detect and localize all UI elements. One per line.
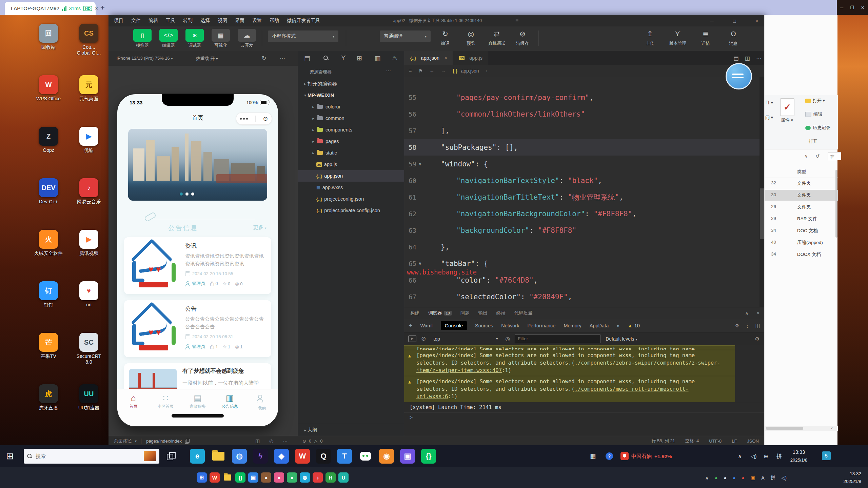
devtool-tab-Wxml[interactable]: Wxml <box>420 323 433 328</box>
section-more-link[interactable]: 更多 › <box>253 224 267 231</box>
refresh-icon[interactable]: ↺ <box>815 153 820 159</box>
editor-tab-app.js[interactable]: JSapp.js <box>453 51 488 65</box>
help-icon[interactable]: ? <box>606 445 613 467</box>
outline-icon[interactable]: ≡ <box>409 68 412 74</box>
tab-我的[interactable]: 我的 <box>246 389 278 426</box>
new-tab-button[interactable]: + <box>100 3 105 12</box>
host-app-icon[interactable]: U <box>338 472 349 483</box>
exit-target-icon[interactable]: ⊙ <box>263 115 268 122</box>
compile-select[interactable]: 普通编译▾ <box>380 30 431 42</box>
desktop-icon[interactable]: WWPS Office <box>28 75 69 102</box>
code-line[interactable]: 63"backgroundColor": "#F8F8F8" <box>404 222 760 239</box>
menu-item[interactable]: 项目 <box>114 18 123 24</box>
tree-item[interactable]: ▾MP-WEIXIN <box>298 89 405 101</box>
files-icon[interactable]: ▤ <box>304 54 310 62</box>
host-app-icon[interactable]: ● <box>287 472 297 483</box>
eol[interactable]: LF <box>732 439 737 444</box>
explorer-hscrollbar[interactable] <box>765 426 838 431</box>
code-line[interactable]: 61"navigationBarTitleText": "物业管理系统", <box>404 189 760 205</box>
edit-button[interactable]: 编辑 <box>805 111 822 117</box>
mode-select[interactable]: 小程序模式▾ <box>268 30 338 42</box>
search-highlight-image[interactable] <box>144 451 156 461</box>
host-window-control[interactable]: ✕ <box>861 5 865 10</box>
explorer-more-icon[interactable]: ⋯ <box>386 68 391 74</box>
devtools-settings-icon[interactable]: ⚙ <box>735 323 739 329</box>
taskbar-app-icon[interactable]: ϟ <box>253 449 268 464</box>
carousel-dot[interactable] <box>180 192 183 196</box>
notice-card[interactable]: ♥♥资讯资讯资讯资讯资讯资讯资讯资讯资讯资讯资讯资讯资讯资讯资讯2024-02-… <box>124 237 271 294</box>
hamburger-icon[interactable]: ≡ <box>515 17 518 23</box>
panel-tab-代码质量[interactable]: 代码质量 <box>514 310 533 316</box>
tray-icon[interactable]: ∧ <box>738 445 742 467</box>
code-line[interactable]: 62"navigationBarBackgroundColor": "#F8F8… <box>404 205 760 222</box>
host-clock[interactable]: 13:322025/1/8 <box>824 470 861 485</box>
tree-item-project.config.json[interactable]: {..}project.config.json <box>298 193 405 205</box>
eye-icon[interactable]: ◎ <box>505 336 510 342</box>
code-line[interactable]: 58"subPackages": [], <box>404 139 760 156</box>
host-tray-icon[interactable]: ▣ <box>751 475 755 481</box>
editor-scrollbar[interactable] <box>760 77 764 307</box>
panel-tab-构建[interactable]: 构建 <box>410 310 419 316</box>
device-selector[interactable]: iPhone 12/13 (Pro) 75% 16 ▾ <box>117 56 173 61</box>
taskbar-app-icon[interactable]: T <box>337 449 352 464</box>
devtool-tab-Performance[interactable]: Performance <box>527 323 555 328</box>
toolbar-预览[interactable]: ◎预览 <box>459 28 483 46</box>
page-path-value[interactable]: pages/index/index <box>146 439 182 444</box>
desktop-icon[interactable]: ♪网易云音乐 <box>68 178 109 205</box>
host-window-controls[interactable]: ─❐✕ <box>837 0 868 15</box>
preview-eye-icon[interactable]: ◎ <box>269 438 273 444</box>
fold-icon[interactable]: ∨ <box>416 261 424 266</box>
menu-item[interactable]: 工具 <box>166 18 175 24</box>
bookmark-icon[interactable]: ⚑ <box>418 68 423 74</box>
notification-badge[interactable]: 5 <box>822 451 831 460</box>
devtool-tab-AppData[interactable]: AppData <box>590 323 609 328</box>
address-dropdown-icon[interactable]: ∨ <box>805 154 808 159</box>
panel-tab-输出[interactable]: 输出 <box>478 310 488 316</box>
explorer-row[interactable]: 34DOC 文档 <box>765 225 838 236</box>
copy-icon[interactable] <box>185 439 189 443</box>
properties-label[interactable]: 属性 ▾ <box>778 117 796 123</box>
menu-item[interactable]: 文件 <box>131 18 141 24</box>
close-tab-icon[interactable]: × <box>95 5 98 12</box>
taskbar-app-icon[interactable]: W <box>295 449 310 464</box>
host-window-control[interactable]: ❐ <box>850 5 854 10</box>
collapse-panel-icon[interactable]: ∧ <box>745 310 749 316</box>
properties-icon[interactable]: ✓ <box>780 98 794 116</box>
encoding[interactable]: UTF-8 <box>709 439 722 444</box>
desktop-icon[interactable]: 钉钉钉 <box>28 281 69 308</box>
devtools-window-control[interactable]: ─ <box>710 18 714 24</box>
taskbar-app-icon[interactable]: ◆ <box>274 449 289 464</box>
tree-item-project.private.config.json[interactable]: {..}project.private.config.json <box>298 205 405 216</box>
desktop-icon[interactable]: 回回收站 <box>28 24 69 50</box>
simulator-more-icon[interactable]: ⋯ <box>280 55 285 61</box>
taskbar-app-icon[interactable] <box>211 449 226 464</box>
breadcrumb-file[interactable]: app.json <box>461 68 479 74</box>
taskbar-search[interactable]: 搜索 <box>24 449 159 464</box>
toolbar-真机调试[interactable]: ⇄真机调试 <box>485 28 509 46</box>
code-editor[interactable]: www.bishebang.site 55"pages/pay-confirm/… <box>404 77 764 307</box>
desktop-icon[interactable]: DEVDev-C++ <box>28 178 69 205</box>
source-control-icon[interactable]: Ƴ <box>341 54 346 62</box>
explorer-row[interactable]: 29RAR 文件 <box>765 214 838 224</box>
taskbar-app-icon[interactable] <box>358 449 373 464</box>
tea-icon[interactable]: ♨ <box>392 54 398 62</box>
desktop-icon[interactable]: ♥nn <box>68 281 109 308</box>
console-prompt[interactable]: > <box>404 412 764 422</box>
code-line[interactable]: 57], <box>404 122 760 139</box>
dock-side-icon[interactable]: ◫ <box>755 323 760 329</box>
editor-tab-app.json[interactable]: {..}app.json× <box>404 51 453 65</box>
toolbar-详情[interactable]: ≣详情 <box>694 28 717 46</box>
tree-item-common[interactable]: ▸common <box>298 113 405 124</box>
host-app-icon[interactable]: ▣ <box>248 472 258 483</box>
host-app-icon[interactable]: H <box>326 472 336 483</box>
notice-card[interactable]: ♥♥公告公告公告公告公告公告公告公告公告公告公告公告2024-02-20 15:… <box>124 300 271 357</box>
open-menu[interactable]: 打开 ▾ <box>805 98 825 104</box>
taskbar-clock[interactable]: 13:332025/1/8 <box>782 448 816 464</box>
tree-item-app.json[interactable]: {..}app.json <box>298 170 405 182</box>
carousel-dot[interactable] <box>185 192 189 196</box>
devtools-window-control[interactable]: × <box>755 18 758 24</box>
list-header[interactable]: 类型 <box>765 166 838 178</box>
device-frame-icon[interactable]: ◫ <box>255 438 260 444</box>
tree-item-app.js[interactable]: JSapp.js <box>298 159 405 170</box>
desktop-icon[interactable]: SCSecureCRT8.0 <box>68 333 109 365</box>
